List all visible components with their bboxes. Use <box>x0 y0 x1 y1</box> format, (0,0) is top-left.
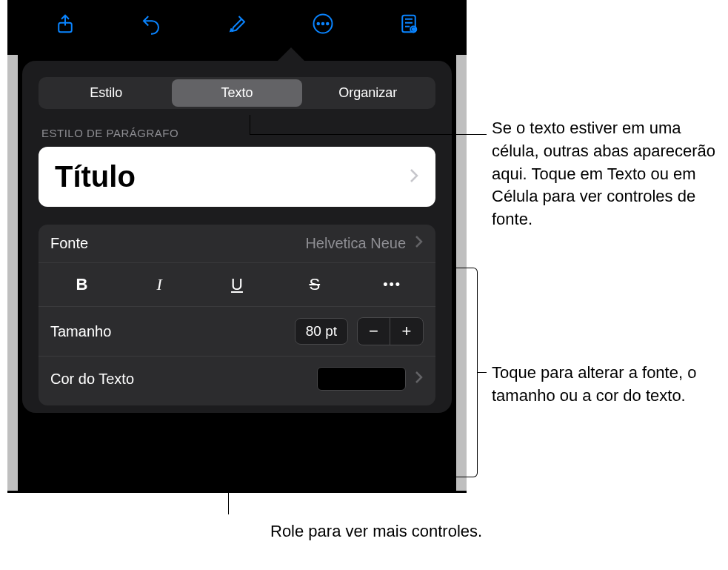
italic-button[interactable]: I <box>121 271 198 299</box>
chevron-right-icon <box>415 235 424 252</box>
more-styles-button[interactable]: ••• <box>353 273 431 297</box>
view-mode-icon[interactable] <box>394 9 424 39</box>
font-settings-group: Fonte Helvetica Neue B I U S ••• Tamanho <box>39 225 435 405</box>
frame-edge <box>7 55 18 491</box>
font-label: Fonte <box>50 235 88 252</box>
text-color-label: Cor do Texto <box>50 371 134 388</box>
svg-point-3 <box>322 23 324 25</box>
paragraph-style-value: Título <box>55 160 136 193</box>
size-decrease-button[interactable]: − <box>358 318 390 345</box>
tab-text[interactable]: Texto <box>172 79 303 107</box>
callout-tabs: Se o texto estiver em uma célula, outras… <box>492 117 721 231</box>
callout-leader-line <box>250 134 487 135</box>
tab-arrange[interactable]: Organizar <box>302 79 433 107</box>
text-color-swatch[interactable] <box>317 367 406 391</box>
strikethrough-button[interactable]: S <box>275 271 353 299</box>
callout-bracket <box>455 268 478 477</box>
tab-style[interactable]: Estilo <box>41 79 172 107</box>
svg-point-7 <box>413 28 415 30</box>
size-label: Tamanho <box>50 323 111 340</box>
underline-button[interactable]: U <box>198 271 276 299</box>
font-value: Helvetica Neue <box>305 235 406 252</box>
size-increase-button[interactable]: + <box>390 318 423 345</box>
callout-font-controls: Toque para alterar a fonte, o tamanho ou… <box>492 362 721 408</box>
tab-segmented-control: Estilo Texto Organizar <box>39 77 435 109</box>
popover-arrow <box>278 47 304 61</box>
text-style-buttons: B I U S ••• <box>39 263 435 307</box>
text-color-row[interactable]: Cor do Texto <box>39 357 435 405</box>
device-frame: Estilo Texto Organizar ESTILO DE PARÁGRA… <box>7 0 467 493</box>
undo-icon[interactable] <box>136 9 166 39</box>
callout-leader-line <box>478 372 487 373</box>
share-icon[interactable] <box>50 9 80 39</box>
size-row: Tamanho 80 pt − + <box>39 307 435 357</box>
callout-leader-line <box>228 479 229 514</box>
bold-button[interactable]: B <box>43 271 121 299</box>
format-brush-icon[interactable] <box>222 9 252 39</box>
chevron-right-icon <box>415 371 424 388</box>
size-value[interactable]: 80 pt <box>295 318 348 345</box>
paragraph-style-selector[interactable]: Título <box>39 147 435 207</box>
app-toolbar <box>7 0 467 52</box>
callout-leader-line <box>250 115 250 134</box>
size-stepper: − + <box>357 317 424 345</box>
font-row[interactable]: Fonte Helvetica Neue <box>39 225 435 263</box>
svg-point-4 <box>327 23 329 25</box>
svg-point-2 <box>318 23 320 25</box>
more-icon[interactable] <box>308 9 338 39</box>
paragraph-style-section-label: ESTILO DE PARÁGRAFO <box>41 127 435 139</box>
chevron-right-icon <box>409 168 419 187</box>
format-popover: Estilo Texto Organizar ESTILO DE PARÁGRA… <box>22 61 452 413</box>
callout-scroll: Role para ver mais controles. <box>270 520 482 543</box>
